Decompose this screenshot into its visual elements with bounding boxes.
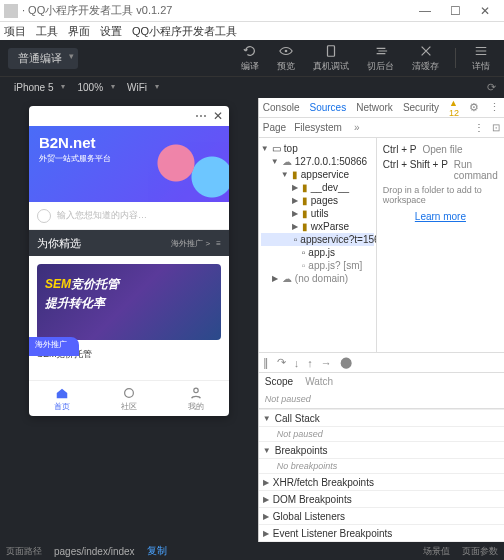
panel-dom[interactable]: ▶DOM Breakpoints bbox=[259, 491, 504, 508]
clear-icon bbox=[419, 44, 433, 58]
tree-folder-wxparse[interactable]: ▶▮wxParse bbox=[261, 220, 374, 233]
window-title: · QQ小程序开发者工具 v0.1.27 bbox=[22, 3, 410, 18]
sources-subtabs: Page Filesystem » ⋮ ⊡ bbox=[259, 118, 504, 138]
step-icon[interactable]: → bbox=[321, 357, 332, 369]
menu-project[interactable]: 项目 bbox=[4, 24, 26, 39]
tree-nodomain[interactable]: ▶☁(no domain) bbox=[261, 272, 374, 285]
tab-security[interactable]: Security bbox=[403, 102, 439, 113]
promo-banner[interactable]: SEM竞价托管 提升转化率 bbox=[37, 264, 221, 340]
step-into-icon[interactable]: ↓ bbox=[294, 357, 300, 369]
tree-host[interactable]: ▼☁127.0.0.1:50866 bbox=[261, 155, 374, 168]
tree-folder-utils[interactable]: ▶▮utils bbox=[261, 207, 374, 220]
params-label[interactable]: 页面参数 bbox=[462, 545, 498, 558]
zoom-select[interactable]: 100% bbox=[71, 80, 117, 95]
collapse-icon[interactable]: ⋮ bbox=[474, 122, 484, 133]
phone-icon bbox=[324, 44, 338, 58]
compile-mode-select[interactable]: 普通编译 bbox=[8, 48, 78, 69]
hero-banner[interactable]: B2N.net 外贸一站式服务平台 bbox=[29, 126, 229, 202]
step-over-icon[interactable]: ↷ bbox=[277, 356, 286, 369]
step-out-icon[interactable]: ↑ bbox=[307, 357, 313, 369]
route-label: 页面路径 bbox=[6, 545, 42, 558]
statusbar: 页面路径 pages/index/index 复制 场景值 页面参数 bbox=[0, 542, 504, 560]
svg-point-3 bbox=[193, 388, 197, 392]
tree-top[interactable]: ▼▭top bbox=[261, 142, 374, 155]
menu-view[interactable]: 界面 bbox=[68, 24, 90, 39]
tab-home[interactable]: 首页 bbox=[29, 381, 96, 416]
tab-sources[interactable]: Sources bbox=[310, 102, 347, 113]
tree-folder-dev[interactable]: ▶▮__dev__ bbox=[261, 181, 374, 194]
subtab-page[interactable]: Page bbox=[263, 122, 286, 133]
debug-controls: ‖ ↷ ↓ ↑ → ⬤ bbox=[259, 352, 504, 372]
compile-button[interactable]: 编译 bbox=[235, 44, 265, 73]
panel-breakpoints[interactable]: ▼Breakpoints bbox=[259, 442, 504, 459]
scene-label[interactable]: 场景值 bbox=[423, 545, 450, 558]
deactivate-bp-icon[interactable]: ⬤ bbox=[340, 356, 352, 369]
banner-line1-highlight: SEM bbox=[45, 277, 71, 291]
search-bar[interactable]: 输入您想知道的内容… bbox=[29, 202, 229, 230]
community-icon bbox=[122, 386, 136, 400]
tab-community[interactable]: 社区 bbox=[96, 381, 163, 416]
file-tree: ▼▭top ▼☁127.0.0.1:50866 ▼▮appservice ▶▮_… bbox=[259, 138, 377, 352]
sources-body: ▼▭top ▼☁127.0.0.1:50866 ▼▮appservice ▶▮_… bbox=[259, 138, 504, 352]
more-icon[interactable]: ⋮ bbox=[489, 101, 500, 114]
maximize-button[interactable]: ☐ bbox=[440, 4, 470, 18]
home-icon bbox=[55, 386, 69, 400]
capsule-close-icon[interactable]: ✕ bbox=[213, 109, 223, 123]
watch-tab[interactable]: Watch bbox=[305, 376, 333, 387]
device-select[interactable]: iPhone 5 bbox=[8, 80, 67, 95]
app-icon bbox=[4, 4, 18, 18]
tabbar: 首页 社区 我的 bbox=[29, 380, 229, 416]
drop-hint: Drop in a folder to add to workspace bbox=[383, 185, 498, 205]
network-select[interactable]: WiFi bbox=[121, 80, 161, 95]
section-menu-icon[interactable]: ≡ bbox=[216, 239, 221, 248]
svg-point-2 bbox=[125, 388, 134, 397]
menu-settings[interactable]: 设置 bbox=[100, 24, 122, 39]
detail-button[interactable]: 详情 bbox=[466, 44, 496, 73]
tab-network[interactable]: Network bbox=[356, 102, 393, 113]
section-more-link[interactable]: 海外推广 > bbox=[171, 238, 210, 249]
window-titlebar: · QQ小程序开发者工具 v0.1.27 — ☐ ✕ bbox=[0, 0, 504, 22]
user-icon bbox=[189, 386, 203, 400]
devtools-tabs: Console Sources Network Security ▲ 12 ⚙ … bbox=[259, 98, 504, 118]
tab-me[interactable]: 我的 bbox=[162, 381, 229, 416]
panel-xhr[interactable]: ▶XHR/fetch Breakpoints bbox=[259, 474, 504, 491]
refresh-icon bbox=[243, 44, 257, 58]
learn-more-link[interactable]: Learn more bbox=[415, 211, 466, 222]
gear-icon[interactable]: ⚙ bbox=[469, 101, 479, 114]
tree-file-appjs[interactable]: ▫app.js bbox=[261, 246, 374, 259]
menu-app[interactable]: QQ小程序开发者工具 bbox=[132, 24, 237, 39]
panel-event[interactable]: ▶Event Listener Breakpoints bbox=[259, 525, 504, 542]
background-button[interactable]: 切后台 bbox=[361, 44, 400, 73]
expand-left-icon[interactable]: ⊡ bbox=[492, 122, 500, 133]
pause-icon[interactable]: ‖ bbox=[263, 356, 269, 369]
overflow-icon[interactable]: » bbox=[354, 122, 360, 133]
subtab-filesystem[interactable]: Filesystem bbox=[294, 122, 342, 133]
route-path: pages/index/index bbox=[54, 546, 135, 557]
device-bar: iPhone 5 100% WiFi ⟳ bbox=[0, 76, 504, 98]
tree-folder-pages[interactable]: ▶▮pages bbox=[261, 194, 374, 207]
banner-line1-rest: 竞价托管 bbox=[71, 277, 119, 291]
menu-tools[interactable]: 工具 bbox=[36, 24, 58, 39]
phone-capsule: ⋯ ✕ bbox=[29, 106, 229, 126]
remote-debug-button[interactable]: 真机调试 bbox=[307, 44, 355, 73]
tab-console[interactable]: Console bbox=[263, 102, 300, 113]
panel-callstack[interactable]: ▼Call Stack bbox=[259, 410, 504, 427]
tree-file-appservice[interactable]: ▫appservice?t=1565140860099 bbox=[261, 233, 374, 246]
clear-cache-button[interactable]: 清缓存 bbox=[406, 44, 445, 73]
capsule-menu-icon[interactable]: ⋯ bbox=[195, 109, 207, 123]
copy-button[interactable]: 复制 bbox=[147, 544, 167, 558]
warning-count[interactable]: ▲ 12 bbox=[449, 98, 459, 118]
search-placeholder: 输入您想知道的内容… bbox=[57, 209, 221, 222]
minimize-button[interactable]: — bbox=[410, 4, 440, 18]
panel-global[interactable]: ▶Global Listeners bbox=[259, 508, 504, 525]
svg-point-0 bbox=[285, 49, 288, 52]
scope-tab[interactable]: Scope bbox=[265, 376, 293, 387]
hero-art bbox=[149, 142, 229, 202]
main-area: ⋯ ✕ B2N.net 外贸一站式服务平台 输入您想知道的内容… 为你精选 海外… bbox=[0, 98, 504, 542]
preview-button[interactable]: 预览 bbox=[271, 44, 301, 73]
rotate-icon[interactable]: ⟳ bbox=[487, 81, 496, 94]
tree-folder-appservice[interactable]: ▼▮appservice bbox=[261, 168, 374, 181]
scope-watch-tabs: Scope Watch bbox=[259, 372, 504, 390]
tree-file-appjs-sm[interactable]: ▫app.js? [sm] bbox=[261, 259, 374, 272]
close-button[interactable]: ✕ bbox=[470, 4, 500, 18]
